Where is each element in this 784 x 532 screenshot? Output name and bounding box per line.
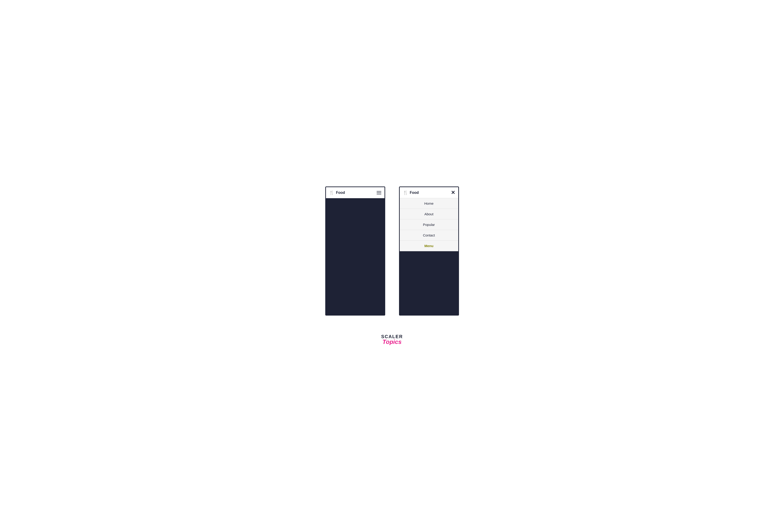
hamburger-line-1 — [377, 191, 381, 192]
phone2-header: 🍴 Food ✕ — [400, 187, 458, 198]
phone1-title: Food — [336, 191, 345, 195]
phone1-body — [326, 198, 385, 315]
nav-item-about[interactable]: About — [400, 209, 458, 219]
hamburger-line-2 — [377, 193, 381, 193]
nav-item-home[interactable]: Home — [400, 198, 458, 209]
hamburger-line-3 — [377, 194, 381, 194]
fork-knife-icon: 🍴 — [329, 190, 334, 195]
close-icon[interactable]: ✕ — [451, 190, 455, 195]
topics-label: Topics — [383, 338, 401, 345]
nav-item-contact[interactable]: Contact — [400, 230, 458, 241]
phone1-header-left: 🍴 Food — [329, 190, 345, 195]
phone-open: 🍴 Food ✕ Home About Popular Contact Menu — [399, 187, 459, 315]
branding: SCALER Topics — [381, 334, 403, 345]
nav-menu: Home About Popular Contact Menu — [400, 198, 458, 251]
nav-item-popular[interactable]: Popular — [400, 219, 458, 230]
phones-container: 🍴 Food 🍴 Food ✕ Home About Popular Conta… — [325, 187, 459, 315]
phone2-body — [400, 251, 458, 315]
hamburger-icon[interactable] — [377, 191, 381, 194]
phone1-header: 🍴 Food — [326, 187, 385, 198]
phone2-header-left: 🍴 Food — [403, 190, 419, 195]
nav-item-menu[interactable]: Menu — [400, 241, 458, 251]
fork-knife-icon-2: 🍴 — [403, 190, 408, 195]
phone2-title: Food — [410, 191, 419, 195]
phone-closed: 🍴 Food — [325, 187, 385, 315]
